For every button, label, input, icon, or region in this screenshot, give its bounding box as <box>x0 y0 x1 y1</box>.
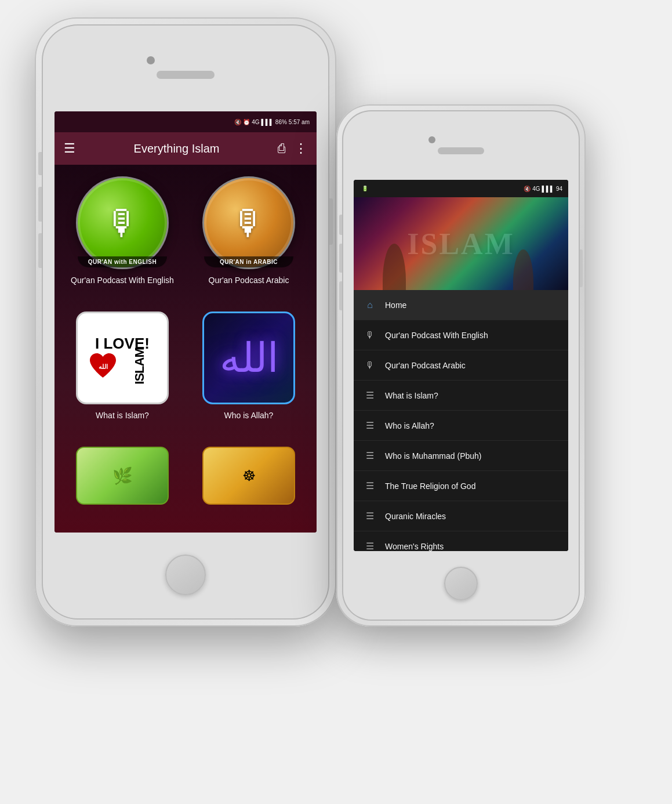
phone1-share-icon[interactable]: ⎙ <box>278 141 285 156</box>
phone1-bottom-card1[interactable]: 🌿 <box>64 447 181 521</box>
phone2-vol-mute-btn[interactable] <box>339 215 342 235</box>
phone2-power-btn[interactable] <box>580 249 583 287</box>
phone2-menu-item-womens-rights[interactable]: ☰ Women's Rights <box>354 531 568 551</box>
phone1-app-title: Everything Islam <box>85 142 268 155</box>
phone1-card-quran-arabic-label: Qur'an Podcast Arabic <box>209 275 289 287</box>
phone2-screen: 🔋 🔇 4G ▌▌▌ 94 ISLAM ⌂ Home <box>354 180 568 551</box>
phone2-menu-item-who-allah[interactable]: ☰ Who is Allah? <box>354 411 568 441</box>
phone1-camera-icon <box>147 56 155 64</box>
phone1-bottom-green-image[interactable]: 🌿 <box>76 447 169 505</box>
phone2-menu-label-miracles: Quranic Miracles <box>385 512 446 521</box>
phone1-more-icon[interactable]: ⋮ <box>295 141 307 156</box>
phone2-doc-womens-rights-icon: ☰ <box>363 539 377 552</box>
phone2-signal-icon: ▌▌▌ <box>542 186 554 192</box>
phone1-card-quran-english-label: Qur'an Podcast With English <box>71 275 174 287</box>
phone1-allah-image[interactable]: الله <box>202 312 295 404</box>
phone2-menu: ⌂ Home 🎙 Qur'an Podcast With English 🎙 Q… <box>354 290 568 551</box>
phone2-inner: 🔋 🔇 4G ▌▌▌ 94 ISLAM ⌂ Home <box>342 110 580 621</box>
phone1-vol-mute-btn[interactable] <box>38 152 42 175</box>
phone2: 🔋 🔇 4G ▌▌▌ 94 ISLAM ⌂ Home <box>336 104 586 626</box>
phone2-camera-icon <box>428 136 435 143</box>
phone2-menu-item-miracles[interactable]: ☰ Quranic Miracles <box>354 501 568 531</box>
phone1-card-who-allah[interactable]: الله Who is Allah? <box>190 312 307 437</box>
phone2-menu-label-quran-arabic: Qur'an Podcast Arabic <box>385 361 466 370</box>
phone1-mic-green-label: QUR'AN with ENGLISH <box>78 256 167 267</box>
phone2-doc-muhammad-icon: ☰ <box>363 449 377 463</box>
phone1-content: 🎙 QUR'AN with ENGLISH Qur'an Podcast Wit… <box>55 165 317 533</box>
phone2-speaker <box>438 147 484 154</box>
phone1-alarm-icon: ⏰ <box>243 119 250 125</box>
phone1-allah-icon: الله <box>220 334 278 382</box>
phone2-menu-label-what-islam: What is Islam? <box>385 391 438 400</box>
phone1-mic-green-button[interactable]: 🎙 QUR'AN with ENGLISH <box>76 176 169 269</box>
phone2-menu-item-what-islam[interactable]: ☰ What is Islam? <box>354 381 568 411</box>
phone1-mute-icon: 🔇 <box>234 119 241 125</box>
phone2-battery-percent: 94 <box>556 186 562 192</box>
phone2-menu-item-quran-arabic[interactable]: 🎙 Qur'an Podcast Arabic <box>354 350 568 381</box>
phone1-battery-label: 86% <box>275 119 287 125</box>
phone2-statusbar: 🔋 🔇 4G ▌▌▌ 94 <box>354 180 568 197</box>
phone1-card-quran-english[interactable]: 🎙 QUR'AN with ENGLISH Qur'an Podcast Wit… <box>64 176 181 302</box>
phone1-mic-gold-label: QUR'AN in ARABIC <box>204 256 293 267</box>
phone2-menu-item-quran-english[interactable]: 🎙 Qur'an Podcast With English <box>354 320 568 350</box>
phone2-doc-what-islam-icon: ☰ <box>363 389 377 403</box>
phone1-bottom-yellow-image[interactable]: ☸ <box>202 447 295 505</box>
phone1-menu-icon[interactable]: ☰ <box>64 141 75 156</box>
phone1-bottom-card2[interactable]: ☸ <box>190 447 307 521</box>
phone1-power-btn[interactable] <box>329 198 333 245</box>
phone1-vol-down-btn[interactable] <box>38 233 42 268</box>
phone2-statusbar-left: 🔋 <box>359 186 522 191</box>
phone2-doc-miracles-icon: ☰ <box>363 509 377 523</box>
phone2-vol-up-btn[interactable] <box>339 244 342 273</box>
phone1-bottom-green-icon: 🌿 <box>112 466 133 486</box>
phone1-vol-up-btn[interactable] <box>38 187 42 222</box>
phone1-love-text: I LOVE! <box>87 335 158 352</box>
phone1-inner: 🔇 ⏰ 4G ▌▌▌ 86% 5:57 am ☰ Everything Isla… <box>42 24 329 620</box>
phone2-vol-down-btn[interactable] <box>339 281 342 310</box>
svg-text:الله: الله <box>98 363 107 370</box>
phone2-hero-banner: ISLAM <box>354 197 568 290</box>
phone1-status-icons: 🔇 ⏰ 4G ▌▌▌ 86% 5:57 am <box>234 119 310 125</box>
phone2-mic-arabic-icon: 🎙 <box>363 358 377 372</box>
phone1-card-quran-arabic[interactable]: 🎙 QUR'AN in ARABIC Qur'an Podcast Arabic <box>190 176 307 302</box>
phone2-mute-icon: 🔇 <box>524 186 531 192</box>
phone2-menu-item-muhammad[interactable]: ☰ Who is Muhammad (Pbuh) <box>354 441 568 471</box>
phone2-network-label: 4G <box>532 186 540 192</box>
phone1-speaker <box>157 71 215 79</box>
phone2-home-icon: ⌂ <box>363 298 377 312</box>
phone2-doc-true-religion-icon: ☰ <box>363 479 377 493</box>
phone1-toolbar: ☰ Everything Islam ⎙ ⋮ <box>55 132 317 165</box>
phone2-menu-label-muhammad: Who is Muhammad (Pbuh) <box>385 451 482 461</box>
phone2-mic-english-icon: 🎙 <box>363 328 377 342</box>
phone1-time-label: 5:57 am <box>289 119 310 125</box>
phone1-love-islam-image[interactable]: I LOVE! الله ISLAM <box>76 312 169 404</box>
phone1-home-button[interactable] <box>165 555 206 595</box>
phone1-screen: 🔇 ⏰ 4G ▌▌▌ 86% 5:57 am ☰ Everything Isla… <box>55 111 317 533</box>
phone1-mic-gold-icon: 🎙 <box>231 203 266 243</box>
phone1-mic-gold-button[interactable]: 🎙 QUR'AN in ARABIC <box>202 176 295 269</box>
phone1-statusbar: 🔇 ⏰ 4G ▌▌▌ 86% 5:57 am <box>55 111 317 132</box>
phone1-signal-icon: ▌▌▌ <box>261 119 274 125</box>
phone1-heart-icon: الله <box>87 352 119 381</box>
phone2-menu-label-who-allah: Who is Allah? <box>385 421 434 430</box>
phone2-home-button[interactable] <box>444 567 478 600</box>
phone2-menu-label-true-religion: The True Religion of God <box>385 481 475 491</box>
phone1-mic-green-icon: 🎙 <box>105 203 140 243</box>
phone1-network-label: 4G <box>252 119 259 125</box>
phone1-card-what-islam-label: What is Islam? <box>96 410 149 422</box>
phone2-menu-item-home[interactable]: ⌂ Home <box>354 290 568 320</box>
phone2-doc-who-allah-icon: ☰ <box>363 419 377 433</box>
phone1: 🔇 ⏰ 4G ▌▌▌ 86% 5:57 am ☰ Everything Isla… <box>35 17 336 626</box>
phone1-bottom-yellow-icon: ☸ <box>242 467 256 485</box>
phone2-menu-label-quran-english: Qur'an Podcast With English <box>385 331 488 340</box>
phone2-menu-label-home: Home <box>385 300 406 310</box>
phone1-card-what-islam[interactable]: I LOVE! الله ISLAM What is Islam? <box>64 312 181 437</box>
phone2-menu-label-womens-rights: Women's Rights <box>385 542 444 551</box>
phone2-menu-item-true-religion[interactable]: ☰ The True Religion of God <box>354 471 568 501</box>
phone1-card-who-allah-label: Who is Allah? <box>224 410 274 422</box>
